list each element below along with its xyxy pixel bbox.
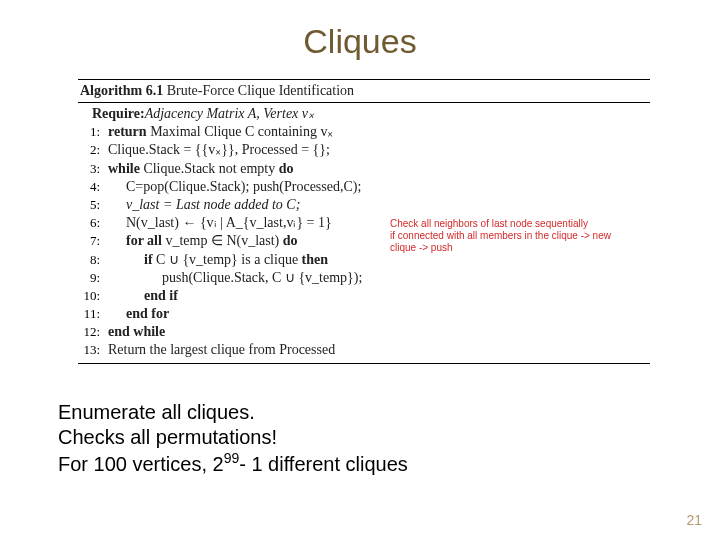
algorithm-number: Algorithm 6.1: [80, 83, 163, 98]
summary-fragment: - 1 different cliques: [239, 452, 408, 474]
line-number: 4:: [78, 179, 108, 196]
line-number: 12:: [78, 324, 108, 341]
slide-title: Cliques: [0, 22, 720, 61]
line-number: 1:: [78, 124, 108, 141]
algorithm-line: 5:v_last = Last node added to C;: [78, 196, 650, 214]
algorithm-line: 2:Clique.Stack = {{vₓ}}, Processed = {};: [78, 141, 650, 159]
annotation-line: Check all neighbors of last node sequent…: [390, 218, 640, 230]
algorithm-heading: Algorithm 6.1 Brute-Force Clique Identif…: [78, 79, 650, 103]
line-code: C=pop(Clique.Stack); push(Processed,C);: [108, 178, 650, 196]
line-number: 2:: [78, 142, 108, 159]
algorithm-line: 1:return Maximal Clique C containing vₓ: [78, 123, 650, 141]
line-code: while Clique.Stack not empty do: [108, 160, 650, 178]
algorithm-line: 11:end for: [78, 305, 650, 323]
annotation-line: if connected with all members in the cli…: [390, 230, 640, 242]
line-number: 8:: [78, 252, 108, 269]
line-code: end while: [108, 323, 650, 341]
summary-line: For 100 vertices, 299- 1 different cliqu…: [58, 450, 720, 477]
superscript: 99: [224, 450, 240, 466]
summary-line: Checks all permutations!: [58, 425, 720, 450]
require-label: Require:: [92, 105, 145, 123]
algorithm-line: 3:while Clique.Stack not empty do: [78, 160, 650, 178]
line-number: 10:: [78, 288, 108, 305]
line-number: 5:: [78, 197, 108, 214]
annotation-line: clique -> push: [390, 242, 640, 254]
annotation-callout: Check all neighbors of last node sequent…: [390, 218, 640, 254]
line-number: 11:: [78, 306, 108, 323]
algorithm-line: 4:C=pop(Clique.Stack); push(Processed,C)…: [78, 178, 650, 196]
line-code: end if: [108, 287, 650, 305]
page-number: 21: [686, 512, 702, 528]
algorithm-line: 9:push(Clique.Stack, C ∪ {v_temp});: [78, 269, 650, 287]
line-number: 13:: [78, 342, 108, 359]
line-number: 9:: [78, 270, 108, 287]
line-number: 7:: [78, 233, 108, 250]
algorithm-line: 12:end while: [78, 323, 650, 341]
algorithm-line: 10:end if: [78, 287, 650, 305]
line-code: Clique.Stack = {{vₓ}}, Processed = {};: [108, 141, 650, 159]
line-code: return Maximal Clique C containing vₓ: [108, 123, 650, 141]
line-number: 6:: [78, 215, 108, 232]
line-code: v_last = Last node added to C;: [108, 196, 650, 214]
algorithm-name: Brute-Force Clique Identification: [163, 83, 354, 98]
line-code: end for: [108, 305, 650, 323]
line-number: 3:: [78, 161, 108, 178]
line-code: push(Clique.Stack, C ∪ {v_temp});: [108, 269, 650, 287]
line-code: Return the largest clique from Processed: [108, 341, 650, 359]
require-line: Require: Adjacency Matrix A, Vertex vₓ: [78, 105, 650, 123]
summary-fragment: For 100 vertices, 2: [58, 452, 224, 474]
summary-line: Enumerate all cliques.: [58, 400, 720, 425]
algorithm-line: 13:Return the largest clique from Proces…: [78, 341, 650, 359]
summary-text: Enumerate all cliques. Checks all permut…: [58, 400, 720, 477]
algorithm-bottom-rule: [78, 363, 650, 364]
require-text: Adjacency Matrix A, Vertex vₓ: [145, 105, 314, 123]
